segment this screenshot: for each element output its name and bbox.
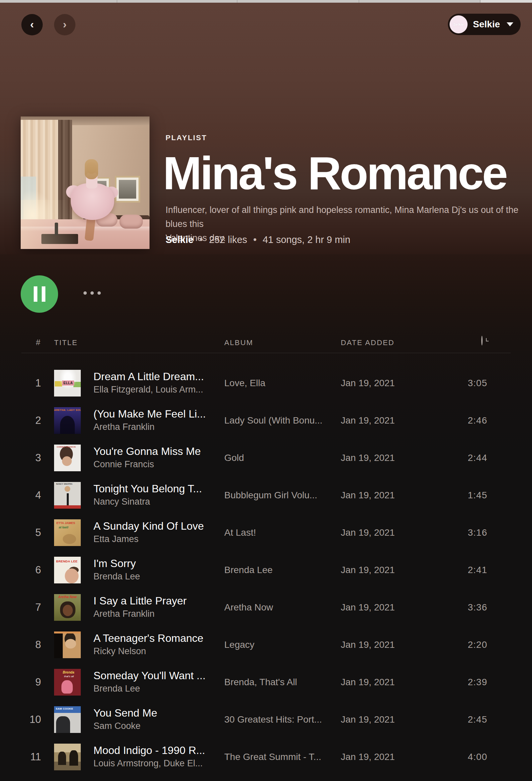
clock-icon — [481, 336, 483, 345]
avatar: Selkie — [450, 15, 467, 33]
album-art-label: Brenda — [63, 670, 74, 674]
cover-pillow — [120, 215, 143, 229]
playlist-header: ‹ › Selkie Selkie — [0, 3, 532, 254]
back-button[interactable]: ‹ — [22, 14, 43, 35]
track-duration: 2:20 — [434, 640, 487, 650]
track-artist[interactable]: Sam Cooke — [93, 721, 140, 731]
album-art: BRENDA LEE — [54, 557, 81, 583]
track-album[interactable]: Bubblegum Girl Volu... — [224, 490, 317, 501]
track-title[interactable]: You Send Me — [93, 707, 157, 719]
track-number: 2 — [22, 415, 41, 426]
track-row[interactable]: 2 ARETHA: LADY SOUL (You Make Me Feel Li… — [0, 402, 532, 439]
track-artist[interactable]: Brenda Lee — [93, 571, 140, 582]
cover-sunlight — [21, 200, 108, 249]
forward-button[interactable]: › — [54, 14, 75, 35]
track-title[interactable]: Mood Indigo - 1990 R... — [93, 744, 205, 756]
track-title[interactable]: A Sunday Kind Of Love — [93, 520, 204, 532]
tracklist-section: # TITLE ALBUM DATE ADDED 1 ELLA Dream A … — [0, 254, 532, 781]
track-list: 1 ELLA Dream A Little Dream... Ella Fitz… — [0, 365, 532, 776]
description-line: Influencer, lover of all things pink and… — [166, 203, 532, 231]
track-artist[interactable]: Etta James — [93, 534, 138, 544]
track-row[interactable]: 10 SAM COOKE You Send Me Sam Cooke 30 Gr… — [0, 701, 532, 738]
track-duration: 4:00 — [434, 752, 487, 762]
track-album[interactable]: 30 Greatest Hits: Port... — [224, 714, 322, 725]
album-art — [54, 744, 81, 770]
album-art-label: BRENDA LEE — [56, 560, 77, 563]
track-artist[interactable]: Nancy Sinatra — [93, 497, 150, 507]
track-artist[interactable]: Louis Armstrong, Duke El... — [93, 758, 203, 769]
track-date-added: Jan 19, 2021 — [341, 565, 395, 575]
track-title[interactable]: (You Make Me Feel Li... — [93, 408, 206, 420]
track-row[interactable]: 4 NANCY SINATRA Tonight You Belong T... … — [0, 477, 532, 514]
album-art — [54, 631, 81, 658]
track-date-added: Jan 19, 2021 — [341, 752, 395, 762]
track-album[interactable]: Aretha Now — [224, 602, 273, 613]
pause-icon — [42, 286, 45, 302]
track-duration: 1:45 — [434, 490, 487, 501]
track-album[interactable]: Love, Ella — [224, 378, 265, 388]
track-title[interactable]: Tonight You Belong T... — [93, 483, 202, 495]
track-date-added: Jan 19, 2021 — [341, 527, 395, 538]
track-number: 1 — [22, 377, 41, 389]
track-date-added: Jan 19, 2021 — [341, 490, 395, 501]
track-artist[interactable]: Ricky Nelson — [93, 646, 146, 657]
track-artist[interactable]: Brenda Lee — [93, 684, 140, 694]
track-row[interactable]: 7 Aretha Now I Say a Little Prayer Areth… — [0, 589, 532, 626]
track-artist[interactable]: Ella Fitzgerald, Louis Arm... — [93, 384, 203, 395]
track-album[interactable]: Legacy — [224, 640, 254, 650]
column-header-duration[interactable] — [481, 336, 483, 345]
column-header-index[interactable]: # — [22, 338, 41, 347]
track-album[interactable]: At Last! — [224, 527, 256, 538]
table-header-divider — [22, 353, 510, 353]
pause-button[interactable] — [21, 275, 58, 313]
playlist-meta: Selkie • 252 likes • 41 songs, 2 hr 9 mi… — [166, 234, 351, 245]
track-album[interactable]: The Great Summit - T... — [224, 752, 321, 762]
chevron-right-icon: › — [63, 18, 67, 30]
album-art-label: ELLA — [62, 380, 74, 385]
column-header-album[interactable]: ALBUM — [224, 338, 253, 347]
track-duration: 2:39 — [434, 677, 487, 688]
meta-separator: • — [253, 234, 257, 245]
track-album[interactable]: Brenda, That's All — [224, 677, 297, 688]
album-art-label: Aretha Now — [54, 595, 81, 599]
track-row[interactable]: 3 CONNIE FRANCIS You're Gonna Miss Me Co… — [0, 439, 532, 477]
track-title[interactable]: I'm Sorry — [93, 558, 136, 570]
column-header-title[interactable]: TITLE — [54, 338, 78, 347]
track-title[interactable]: A Teenager's Romance — [93, 632, 203, 645]
owner-link[interactable]: Selkie — [166, 234, 194, 245]
track-title[interactable]: Someday You'll Want ... — [93, 669, 206, 682]
album-art: Aretha Now — [54, 594, 81, 621]
track-album[interactable]: Lady Soul (With Bonu... — [224, 415, 322, 426]
track-row[interactable]: 9 Brenda that's all Someday You'll Want … — [0, 663, 532, 701]
track-title[interactable]: You're Gonna Miss Me — [93, 445, 201, 458]
track-date-added: Jan 19, 2021 — [341, 602, 395, 613]
track-artist[interactable]: Connie Francis — [93, 459, 154, 469]
track-row[interactable]: 1 ELLA Dream A Little Dream... Ella Fitz… — [0, 365, 532, 402]
more-options-button[interactable] — [83, 291, 101, 295]
track-row[interactable]: 8 A Teenager's Romance Ricky Nelson Lega… — [0, 626, 532, 663]
track-title[interactable]: I Say a Little Prayer — [93, 595, 187, 607]
album-art: Brenda that's all — [54, 669, 81, 696]
track-number: 3 — [22, 452, 41, 464]
track-date-added: Jan 19, 2021 — [341, 378, 395, 388]
track-row[interactable]: 11 Mood Indigo - 1990 R... Louis Armstro… — [0, 738, 532, 776]
ellipsis-icon — [83, 291, 87, 295]
album-art: ELLA — [54, 370, 81, 397]
track-album[interactable]: Brenda Lee — [224, 565, 273, 575]
track-artist[interactable]: Aretha Franklin — [93, 609, 155, 619]
track-duration: 3:16 — [434, 527, 487, 538]
meta-separator: • — [200, 234, 203, 245]
track-number: 11 — [22, 751, 41, 763]
track-title[interactable]: Dream A Little Dream... — [93, 370, 204, 383]
column-header-date-added[interactable]: DATE ADDED — [341, 338, 395, 347]
track-number: 5 — [22, 527, 41, 539]
track-row[interactable]: 6 BRENDA LEE I'm Sorry Brenda Lee Brenda… — [0, 551, 532, 589]
track-artist[interactable]: Aretha Franklin — [93, 422, 155, 432]
album-art: ARETHA: LADY SOUL — [54, 407, 81, 434]
songs-summary: 41 songs, 2 hr 9 min — [263, 234, 351, 245]
track-row[interactable]: 5 ETTA JAMES at last! A Sunday Kind Of L… — [0, 514, 532, 551]
user-name: Selkie — [473, 19, 500, 30]
track-album[interactable]: Gold — [224, 453, 244, 463]
user-menu[interactable]: Selkie Selkie — [448, 14, 521, 35]
album-art-label: ETTA JAMES — [56, 521, 75, 525]
